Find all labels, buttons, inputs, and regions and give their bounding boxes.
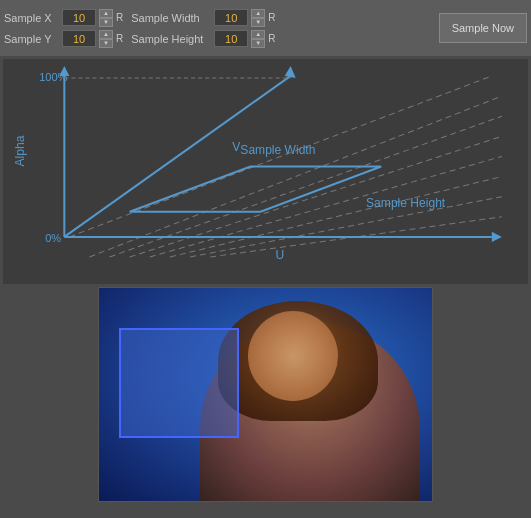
sample-x-spinners: ▲ ▼	[99, 9, 113, 27]
sample-y-spinners: ▲ ▼	[99, 30, 113, 48]
sample-height-up[interactable]: ▲	[251, 30, 265, 39]
image-container: U(Sample X & Sample Y) Sample Width	[98, 287, 433, 502]
sample-width-down[interactable]: ▼	[251, 18, 265, 27]
sample-height-spinners: ▲ ▼	[251, 30, 265, 48]
sample-height-down[interactable]: ▼	[251, 39, 265, 48]
sample-now-button[interactable]: Sample Now	[439, 13, 527, 43]
sample-y-input[interactable]	[62, 30, 96, 47]
sample-x-input[interactable]	[62, 9, 96, 26]
svg-text:Sample Height: Sample Height	[366, 196, 446, 210]
image-area: U(Sample X & Sample Y) Sample Width	[0, 287, 531, 502]
svg-text:100%: 100%	[39, 71, 67, 83]
sample-x-label: Sample X	[4, 12, 59, 24]
sample-x-r: R	[116, 12, 123, 23]
sample-rectangle	[119, 328, 239, 438]
svg-rect-0	[9, 66, 522, 277]
sample-x-down[interactable]: ▼	[99, 18, 113, 27]
sample-width-up[interactable]: ▲	[251, 9, 265, 18]
sample-height-label: Sample Height	[131, 33, 211, 45]
sample-y-up[interactable]: ▲	[99, 30, 113, 39]
sample-height-input[interactable]	[214, 30, 248, 47]
sample-width-label: Sample Width	[131, 12, 211, 24]
main-container: Sample X ▲ ▼ R Sample Y ▲ ▼ R	[0, 0, 531, 502]
chart-svg: 100% 0% Alpha U V Sample Width Sample	[9, 65, 522, 278]
right-fields: Sample Width ▲ ▼ R Sample Height ▲ ▼ R	[131, 9, 275, 48]
svg-text:V: V	[232, 140, 240, 154]
svg-text:Sample Width: Sample Width	[240, 143, 315, 157]
svg-text:0%: 0%	[45, 232, 61, 244]
svg-text:Alpha: Alpha	[13, 135, 27, 166]
sample-y-down[interactable]: ▼	[99, 39, 113, 48]
sample-height-r: R	[268, 33, 275, 44]
sample-width-r: R	[268, 12, 275, 23]
sample-width-input[interactable]	[214, 9, 248, 26]
sample-width-group: Sample Width ▲ ▼ R	[131, 9, 275, 27]
photo-background: U(Sample X & Sample Y) Sample Width	[99, 288, 432, 501]
sample-width-spinners: ▲ ▼	[251, 9, 265, 27]
toolbar: Sample X ▲ ▼ R Sample Y ▲ ▼ R	[0, 0, 531, 56]
chart-container: 100% 0% Alpha U V Sample Width Sample	[3, 59, 528, 284]
sample-x-up[interactable]: ▲	[99, 9, 113, 18]
sample-height-group: Sample Height ▲ ▼ R	[131, 30, 275, 48]
sample-x-group: Sample X ▲ ▼ R	[4, 9, 123, 27]
left-fields: Sample X ▲ ▼ R Sample Y ▲ ▼ R	[4, 9, 123, 48]
sample-y-r: R	[116, 33, 123, 44]
svg-text:U: U	[276, 248, 285, 262]
sample-y-label: Sample Y	[4, 33, 59, 45]
sample-y-group: Sample Y ▲ ▼ R	[4, 30, 123, 48]
